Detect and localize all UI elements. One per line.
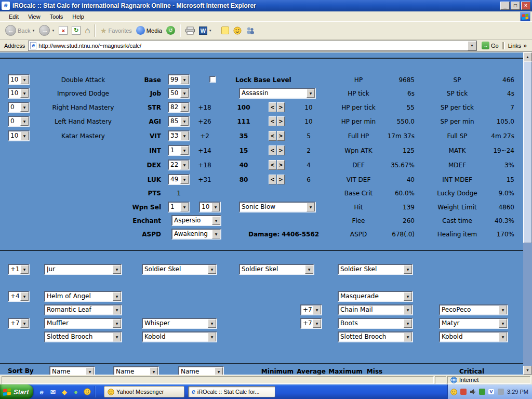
equip-r4-item2-select[interactable]: Boots▼: [338, 318, 413, 329]
dex-increase-button[interactable]: >: [277, 160, 285, 170]
dex-decrease-button[interactable]: <: [269, 160, 276, 170]
equip-r2-item2-select[interactable]: Masquerade▼: [338, 291, 413, 302]
str-select[interactable]: 82▼: [168, 102, 190, 113]
job-class-select[interactable]: Assassin▼: [239, 88, 316, 99]
vit-decrease-button[interactable]: <: [269, 131, 276, 141]
agi-decrease-button[interactable]: <: [269, 116, 276, 126]
equip-r1-card1-select[interactable]: Soldier Skel▼: [142, 264, 217, 275]
address-input[interactable]: e http://www.stud.ntnu.no/~magnusrk/calc…: [28, 41, 477, 51]
equip-r1-item-select[interactable]: Jur▼: [44, 264, 122, 275]
quicklaunch-keys-icon[interactable]: ◆: [59, 387, 70, 397]
lock-base-checkbox[interactable]: [209, 76, 216, 83]
back-button[interactable]: ← Back ▼: [3, 24, 37, 37]
tray-antivirus-icon[interactable]: V: [487, 388, 495, 396]
media-button[interactable]: Media: [134, 25, 164, 36]
skill-katar-select[interactable]: 10▼: [8, 130, 30, 141]
tray-network-icon[interactable]: [478, 388, 486, 396]
equip-r4-item-select[interactable]: Muffler▼: [44, 318, 122, 329]
job-level-select[interactable]: 50▼: [168, 88, 190, 99]
menu-tools[interactable]: Tools: [45, 12, 68, 21]
refresh-button[interactable]: ↻: [70, 25, 83, 36]
equip-r2-item-select[interactable]: Helm of Angel▼: [44, 291, 122, 302]
forward-dropdown-icon[interactable]: ▼: [51, 29, 55, 32]
favorites-button[interactable]: ★ Favorites: [98, 25, 134, 36]
print-button[interactable]: [183, 25, 197, 36]
int-decrease-button[interactable]: <: [269, 145, 276, 155]
skill-double-attack-select[interactable]: 10▼: [8, 74, 30, 85]
attack-skill-select[interactable]: Sonic Blow▼: [239, 202, 316, 212]
go-button[interactable]: → Go: [478, 41, 502, 50]
aspd-potion-select[interactable]: Awakening▼: [171, 229, 221, 240]
skill-left-hand-select[interactable]: 0▼: [8, 116, 30, 127]
luk-decrease-button[interactable]: <: [269, 175, 276, 184]
menu-edit[interactable]: Edit: [4, 12, 23, 21]
messenger-button[interactable]: [231, 25, 244, 36]
sort-select-1[interactable]: Name▼: [49, 366, 95, 375]
equip-r5-item2-select[interactable]: Slotted Brooch▼: [338, 331, 413, 342]
start-button[interactable]: Start: [0, 384, 33, 399]
int-select[interactable]: 1▼: [168, 145, 190, 156]
equip-r3-refine-select[interactable]: +7▼: [300, 304, 322, 315]
tray-messenger-icon[interactable]: [450, 388, 458, 396]
history-button[interactable]: ↺: [164, 25, 177, 36]
base-level-select[interactable]: 99▼: [168, 74, 190, 85]
minimize-button[interactable]: _: [500, 2, 510, 10]
equip-r4-refine2-select[interactable]: +7▼: [300, 318, 322, 329]
task-yahoo-messenger[interactable]: Yahoo! Messenger: [104, 386, 184, 397]
quicklaunch-msn-icon[interactable]: ●: [71, 387, 81, 397]
equip-r1-refine-select[interactable]: +10▼: [8, 264, 30, 275]
vit-select[interactable]: 33▼: [168, 130, 190, 141]
edit-with-word-button[interactable]: W ▼: [197, 25, 214, 36]
links-button[interactable]: Links »: [504, 42, 530, 49]
scroll-up-button[interactable]: ▲: [523, 52, 532, 61]
sort-select-2[interactable]: Name▼: [113, 366, 159, 375]
equip-r1-card3-select[interactable]: Soldier Skel▼: [338, 264, 413, 275]
title-bar[interactable]: e iROcalc :: Stat Calc for international…: [0, 0, 532, 11]
equip-r3-card-select[interactable]: PecoPeco▼: [439, 304, 508, 315]
task-irocalc[interactable]: e iROcalc :: Stat Calc for...: [188, 386, 275, 397]
sort-select-3[interactable]: Name▼: [178, 366, 224, 375]
discuss-button[interactable]: [219, 25, 231, 35]
tray-icon-gray[interactable]: [497, 388, 504, 396]
quicklaunch-messenger-icon[interactable]: [82, 387, 92, 397]
wpn-sel-select-2[interactable]: 10▼: [199, 202, 221, 212]
skill-right-hand-select[interactable]: 0▼: [8, 102, 30, 113]
skill-improved-dodge-select[interactable]: 10▼: [8, 88, 30, 99]
edit-dropdown-icon[interactable]: ▼: [209, 29, 212, 32]
equip-r3-item2-select[interactable]: Chain Mail▼: [338, 304, 413, 315]
equip-r4-card-select[interactable]: Whisper▼: [142, 318, 217, 329]
equip-r5-item-select[interactable]: Slotted Brooch▼: [44, 331, 122, 342]
agi-increase-button[interactable]: >: [277, 116, 285, 126]
taskbar-clock[interactable]: 3:29 PM: [507, 389, 528, 395]
address-dropdown-icon[interactable]: ▼: [468, 41, 476, 50]
luk-select[interactable]: 49▼: [168, 174, 190, 185]
dex-select[interactable]: 22▼: [168, 159, 190, 170]
equip-r3-item-select[interactable]: Romantic Leaf▼: [44, 304, 122, 315]
luk-increase-button[interactable]: >: [277, 175, 285, 184]
quicklaunch-mail-icon[interactable]: ✉: [48, 387, 58, 397]
enchant-select[interactable]: Aspersio▼: [171, 215, 221, 226]
forward-button[interactable]: → ▼: [37, 24, 57, 37]
home-button[interactable]: ⌂: [83, 25, 92, 36]
quicklaunch-ie-icon[interactable]: e: [36, 387, 47, 397]
equip-r5-card-select[interactable]: Kobold▼: [142, 331, 217, 342]
close-button[interactable]: ×: [521, 2, 530, 10]
scrollbar-thumb[interactable]: [523, 61, 532, 243]
contacts-button[interactable]: [244, 25, 257, 35]
vit-increase-button[interactable]: >: [277, 131, 285, 141]
equip-r1-card2-select[interactable]: Soldier Skel▼: [239, 264, 314, 275]
wpn-sel-select-1[interactable]: 1▼: [168, 202, 190, 212]
maximize-button[interactable]: □: [511, 2, 520, 10]
equip-r5-card2-select[interactable]: Kobold▼: [439, 331, 508, 342]
str-increase-button[interactable]: >: [277, 102, 285, 112]
vertical-scrollbar[interactable]: ▲ ▼: [523, 52, 532, 375]
int-increase-button[interactable]: >: [277, 145, 285, 155]
scroll-down-button[interactable]: ▼: [523, 366, 532, 375]
tray-alert-icon[interactable]: [459, 388, 467, 396]
stop-button[interactable]: ×: [57, 25, 70, 36]
equip-r4-refine-select[interactable]: +7▼: [8, 318, 30, 329]
back-dropdown-icon[interactable]: ▼: [32, 29, 35, 32]
menu-help[interactable]: Help: [68, 12, 89, 21]
menu-view[interactable]: View: [23, 12, 45, 21]
agi-select[interactable]: 85▼: [168, 116, 190, 127]
